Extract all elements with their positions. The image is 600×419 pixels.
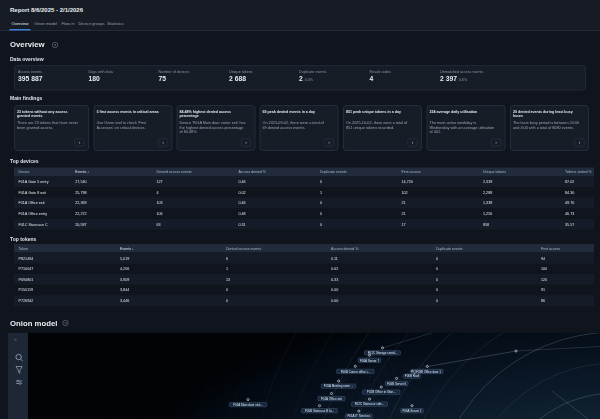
svg-text:QF03B Office door 1: QF03B Office door 1 bbox=[414, 370, 442, 374]
svg-text:F01B Office to Stair...: F01B Office to Stair... bbox=[367, 390, 396, 394]
svg-text:F02C Staircase side...: F02C Staircase side... bbox=[355, 402, 385, 406]
svg-text:F01A Meeting room ...: F01A Meeting room ... bbox=[324, 384, 354, 388]
svg-text:F01A Main door visit...: F01A Main door visit... bbox=[233, 403, 263, 407]
svg-text:F01C Storage corrid...: F01C Storage corrid... bbox=[368, 351, 398, 355]
svg-text:F06B Roof: F06B Roof bbox=[405, 374, 420, 378]
svg-text:F06B Corner office i...: F06B Corner office i... bbox=[341, 370, 370, 374]
svg-text:F06B Server 6: F06B Server 6 bbox=[387, 382, 407, 386]
svg-text:F01A Office exit: F01A Office exit bbox=[321, 397, 342, 401]
svg-text:F05B Staircase B fo...: F05B Staircase B fo... bbox=[305, 409, 334, 413]
svg-text:F06A Server 1: F06A Server 1 bbox=[402, 409, 422, 413]
svg-text:F01A IT Services: F01A IT Services bbox=[347, 414, 370, 418]
svg-text:F06A Server 7: F06A Server 7 bbox=[360, 359, 380, 363]
